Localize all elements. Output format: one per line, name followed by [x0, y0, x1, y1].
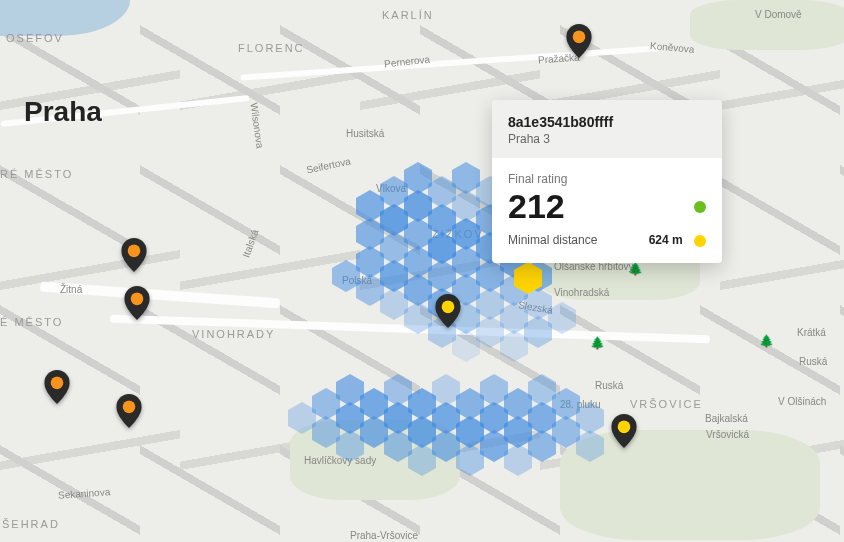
svg-point-2	[51, 376, 64, 389]
hex-cell[interactable]	[504, 416, 532, 448]
hex-cell[interactable]	[476, 260, 504, 292]
road	[0, 95, 249, 127]
hex-cell[interactable]	[356, 218, 384, 250]
hex-cell[interactable]	[404, 274, 432, 306]
hex-cell[interactable]	[404, 218, 432, 250]
street-label: Sekaninova	[58, 486, 111, 501]
street-label: Krátká	[797, 327, 826, 338]
hex-cell[interactable]	[528, 402, 556, 434]
hex-cell[interactable]	[552, 388, 580, 420]
hex-cell[interactable]	[356, 190, 384, 222]
street-label: Slezská	[517, 299, 553, 316]
hex-cell[interactable]	[380, 260, 408, 292]
road	[110, 315, 710, 344]
hex-cell[interactable]	[428, 260, 456, 292]
street-label: Seifertova	[305, 155, 351, 175]
distance-value: 624 m	[649, 233, 683, 247]
hex-cell[interactable]	[480, 430, 508, 462]
hex-cell[interactable]	[384, 374, 412, 406]
district-label: É MĚSTO	[0, 316, 63, 328]
map-pin[interactable]	[121, 238, 147, 272]
hex-cell[interactable]	[456, 388, 484, 420]
street-label: Wilsonova	[248, 102, 265, 149]
street-label: Husitská	[346, 128, 384, 139]
street-label: Ruská	[595, 380, 623, 391]
river-segment	[0, 0, 130, 36]
district-label: RÉ MĚSTO	[0, 168, 73, 180]
map-pin[interactable]	[611, 414, 637, 448]
hex-cell[interactable]	[312, 388, 340, 420]
hex-cell[interactable]	[452, 190, 480, 222]
svg-point-3	[123, 400, 136, 413]
rating-value: 212	[508, 188, 565, 225]
hex-cell[interactable]	[380, 288, 408, 320]
hex-cell[interactable]	[504, 388, 532, 420]
popup-subtitle: Praha 3	[508, 132, 706, 146]
district-label: ŠEHRAD	[2, 518, 60, 530]
street-label: Praha-Vršovice	[350, 530, 418, 541]
hex-cell[interactable]	[360, 388, 388, 420]
hex-cell[interactable]	[452, 162, 480, 194]
hex-cell[interactable]	[452, 246, 480, 278]
road	[240, 45, 659, 80]
rating-status-dot	[694, 201, 706, 213]
hex-cell[interactable]	[336, 374, 364, 406]
svg-point-6	[618, 420, 631, 433]
street-label: Italská	[240, 228, 260, 259]
hex-cell[interactable]	[408, 388, 436, 420]
hex-cell[interactable]	[380, 176, 408, 208]
hex-cell-selected[interactable]	[514, 262, 542, 294]
svg-point-0	[128, 244, 141, 257]
hex-cell[interactable]	[404, 162, 432, 194]
map-pin[interactable]	[566, 24, 592, 58]
district-label: VRŠOVICE	[630, 398, 703, 410]
hex-cell[interactable]	[380, 204, 408, 236]
info-popup[interactable]: 8a1e3541b80ffff Praha 3 Final rating 212…	[492, 100, 722, 263]
tree-icon: 🌲	[759, 334, 774, 348]
street-label: Ruská	[799, 356, 827, 367]
map-viewport[interactable]: Praha KARLÍNFLORENCOSEFOVRÉ MĚSTOÉ MĚSTO…	[0, 0, 844, 542]
map-pin[interactable]	[124, 286, 150, 320]
district-label: KARLÍN	[382, 9, 434, 21]
hex-cell[interactable]	[500, 274, 528, 306]
district-label: ŽIŽKOV	[432, 228, 484, 240]
map-pin[interactable]	[435, 294, 461, 328]
hex-cell[interactable]	[380, 232, 408, 264]
map-pin[interactable]	[44, 370, 70, 404]
hex-cell[interactable]	[428, 176, 456, 208]
hex-cell[interactable]	[456, 416, 484, 448]
park-area	[690, 0, 844, 50]
hex-cell[interactable]	[404, 246, 432, 278]
hex-cell[interactable]	[480, 374, 508, 406]
hex-cell[interactable]	[332, 260, 360, 292]
hex-cell[interactable]	[428, 232, 456, 264]
street-label: Polská	[342, 275, 372, 286]
svg-point-5	[442, 300, 455, 313]
hex-cell[interactable]	[576, 402, 604, 434]
district-label: FLORENC	[238, 42, 305, 54]
hex-cell[interactable]	[476, 288, 504, 320]
street-label: 28. pluku	[560, 399, 601, 410]
svg-point-4	[573, 30, 586, 43]
hex-cell[interactable]	[452, 218, 480, 250]
street-label: Vlkova	[376, 183, 406, 194]
distance-status-dot	[694, 235, 706, 247]
hex-cell[interactable]	[404, 190, 432, 222]
hex-cell[interactable]	[504, 444, 532, 476]
map-pin[interactable]	[116, 394, 142, 428]
distance-label: Minimal distance	[508, 233, 597, 247]
hex-cell[interactable]	[456, 444, 484, 476]
popup-header: 8a1e3541b80ffff Praha 3	[492, 100, 722, 158]
hex-cell[interactable]	[356, 246, 384, 278]
rating-label: Final rating	[508, 172, 706, 186]
hex-cell[interactable]	[432, 374, 460, 406]
street-label: V Olšinách	[778, 396, 826, 407]
hex-cell[interactable]	[428, 204, 456, 236]
popup-title: 8a1e3541b80ffff	[508, 114, 706, 130]
hex-cell[interactable]	[356, 274, 384, 306]
hex-cell[interactable]	[528, 374, 556, 406]
hex-cell[interactable]	[524, 288, 552, 320]
hex-cell[interactable]	[528, 430, 556, 462]
street-label: Bajkalská	[705, 413, 748, 424]
hex-cell[interactable]	[480, 402, 508, 434]
